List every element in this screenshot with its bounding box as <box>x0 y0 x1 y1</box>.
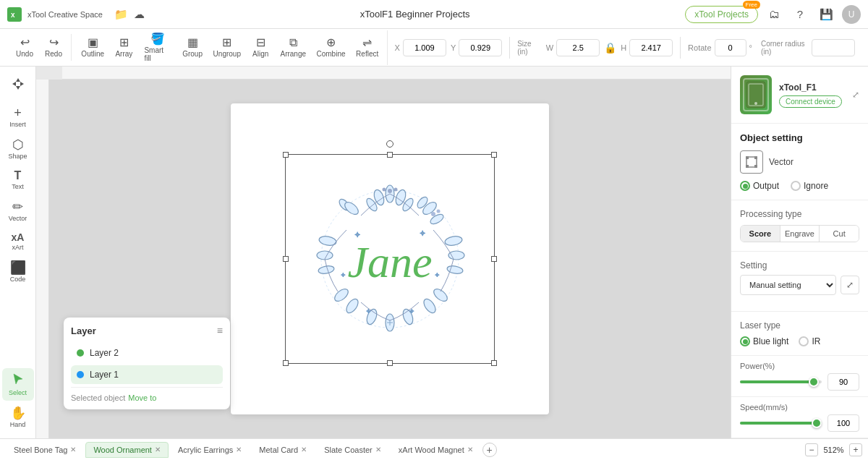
ignore-radio[interactable]: Ignore <box>791 181 828 191</box>
handle-tc[interactable] <box>387 152 393 158</box>
lock-icon[interactable]: 🔒 <box>604 42 616 54</box>
tab-metal-card[interactable]: Metal Card ✕ <box>251 442 315 458</box>
tab-acrylic-earrings[interactable]: Acrylic Earrings ✕ <box>170 442 250 458</box>
text-icon: T <box>14 170 22 182</box>
position-x-label: X <box>395 43 400 52</box>
score-button[interactable]: Score <box>741 226 780 242</box>
sidebar-item-insert[interactable]: + Insert <box>2 102 34 132</box>
layer-item-1[interactable]: Layer 1 <box>71 365 223 384</box>
combine-button[interactable]: ⊕ Combine <box>312 34 349 61</box>
handle-bc[interactable] <box>387 360 393 366</box>
smart-fill-button[interactable]: 🪣 Smart fill <box>140 30 175 65</box>
group-button[interactable]: ▦ Group <box>179 34 207 61</box>
zoom-out-button[interactable]: − <box>805 443 818 456</box>
blue-light-radio-circle <box>740 336 750 346</box>
corner-input[interactable] <box>812 39 855 56</box>
size-label: Size (in) <box>517 40 542 56</box>
handle-ml[interactable] <box>283 256 289 262</box>
height-label: H <box>621 43 626 52</box>
height-input[interactable] <box>629 39 673 56</box>
layer-menu-button[interactable]: ≡ <box>217 325 223 336</box>
handle-bl[interactable] <box>283 360 289 366</box>
setting-select[interactable]: Manual setting <box>740 275 836 295</box>
sidebar-item-xart[interactable]: xA xArt <box>2 228 34 255</box>
engrave-button[interactable]: Engrave <box>780 226 820 242</box>
layer-2-dot <box>77 349 84 357</box>
arrange-button[interactable]: ⧉ Arrange <box>276 34 310 61</box>
sidebar-item-text[interactable]: T Text <box>2 166 34 195</box>
handle-tl[interactable] <box>283 152 289 158</box>
move-to-link[interactable]: Move to <box>128 393 156 402</box>
help-icon[interactable]: ? <box>790 4 810 25</box>
connect-device-button[interactable]: Connect device <box>779 95 842 108</box>
xtool-projects-button[interactable]: xTool Projects Free <box>685 6 758 23</box>
speed-input[interactable] <box>827 414 859 432</box>
tab-wood-ornament[interactable]: Wood Ornament ✕ <box>85 442 169 458</box>
tab-steel-bone[interactable]: Steel Bone Tag ✕ <box>6 442 84 458</box>
speed-slider-track[interactable] <box>740 422 822 425</box>
move-icon <box>11 77 25 93</box>
rotate-input[interactable] <box>715 39 746 56</box>
width-label: W <box>546 43 553 52</box>
tab-close-metal-card[interactable]: ✕ <box>301 446 307 453</box>
setting-expand-button[interactable]: ⤢ <box>841 276 859 294</box>
array-button[interactable]: ⊞ Array <box>111 34 137 61</box>
tab-close-acrylic[interactable]: ✕ <box>236 446 242 453</box>
panel-expand-icon[interactable]: ⤢ <box>852 90 859 100</box>
svg-rect-40 <box>746 82 765 108</box>
setting-label: Setting <box>740 260 859 271</box>
speed-slider-thumb[interactable] <box>812 418 822 428</box>
vector-type-label: Vector <box>769 157 793 167</box>
tab-slate-coaster[interactable]: Slate Coaster ✕ <box>316 442 389 458</box>
layer-item-2[interactable]: Layer 2 <box>71 344 223 362</box>
sidebar-item-shape[interactable]: ⬡ Shape <box>2 134 34 164</box>
sidebar-item-code[interactable]: ⬛ Code <box>2 257 34 287</box>
canvas-content[interactable]: ✦ ✦ ✦ ✦ ✦ ✦ Jane Layer <box>49 80 731 438</box>
position-x-input[interactable] <box>403 39 446 56</box>
tab-close-steel-bone[interactable]: ✕ <box>70 446 76 453</box>
power-input[interactable] <box>827 373 859 391</box>
processing-buttons: Score Engrave Cut <box>740 225 859 242</box>
power-slider-track[interactable] <box>740 380 822 383</box>
output-radio-circle <box>740 181 750 191</box>
ir-radio[interactable]: IR <box>799 336 820 346</box>
insert-icon: + <box>14 106 22 119</box>
layer-panel: Layer ≡ Layer 2 Layer 1 Selected object … <box>64 318 230 409</box>
sidebar-item-vector[interactable]: ✏ Vector <box>2 196 34 226</box>
add-tab-button[interactable]: + <box>482 443 497 457</box>
handle-mr[interactable] <box>491 256 497 262</box>
reflect-button[interactable]: ⇌ Reflect <box>352 34 383 61</box>
cut-button[interactable]: Cut <box>820 226 859 242</box>
sidebar-item-move[interactable] <box>2 72 34 98</box>
align-button[interactable]: ⊟ Align <box>247 34 273 61</box>
handle-br[interactable] <box>491 360 497 366</box>
avatar[interactable]: U <box>842 5 861 24</box>
sidebar-item-select[interactable]: Select <box>2 368 34 401</box>
vector-icon-box <box>740 150 763 174</box>
ungroup-button[interactable]: ⊞ Ungroup <box>209 34 244 61</box>
canvas-area[interactable]: ✦ ✦ ✦ ✦ ✦ ✦ Jane Layer <box>36 67 731 438</box>
tab-xart-wood-magnet[interactable]: xArt Wood Magnet ✕ <box>391 442 481 458</box>
file-icon[interactable]: 📁 <box>114 8 128 21</box>
processing-type-label: Processing type <box>740 209 859 219</box>
tab-close-xart-wood[interactable]: ✕ <box>467 446 473 453</box>
redo-button[interactable]: ↪ Redo <box>41 34 67 61</box>
cloud-icon[interactable]: ☁ <box>134 8 145 21</box>
outline-button[interactable]: ▣ Outline <box>77 34 108 61</box>
rotate-handle[interactable] <box>386 140 393 148</box>
handle-tr[interactable] <box>491 152 497 158</box>
blue-light-radio[interactable]: Blue light <box>740 336 788 346</box>
tab-close-slate[interactable]: ✕ <box>375 446 381 453</box>
svg-rect-45 <box>754 156 757 159</box>
save-icon[interactable]: 💾 <box>816 4 836 25</box>
undo-button[interactable]: ↩ Undo <box>12 34 38 61</box>
power-slider-thumb[interactable] <box>809 377 819 387</box>
tab-close-wood-ornament[interactable]: ✕ <box>155 446 161 453</box>
sidebar-item-hand[interactable]: ✋ Hand <box>2 402 34 433</box>
position-y-input[interactable] <box>459 39 502 56</box>
device-info: xTool_F1 Connect device <box>779 82 845 108</box>
width-input[interactable] <box>556 39 600 56</box>
output-radio[interactable]: Output <box>740 181 779 191</box>
projects-icon[interactable]: 🗂 <box>764 4 784 25</box>
zoom-in-button[interactable]: + <box>849 443 862 456</box>
